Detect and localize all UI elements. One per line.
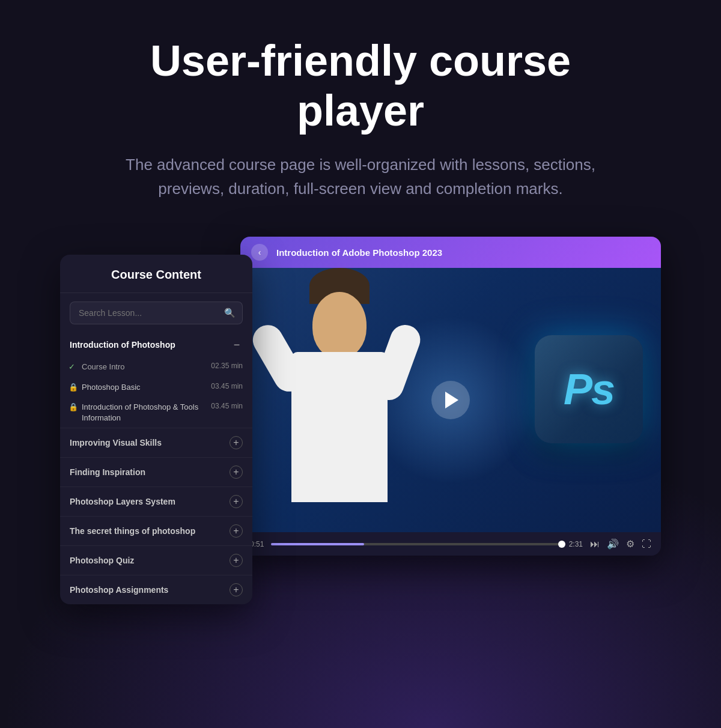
- progress-bar[interactable]: [271, 543, 561, 545]
- section-quiz[interactable]: Photoshop Quiz +: [60, 545, 252, 575]
- fullscreen-button[interactable]: ⛶: [642, 539, 651, 550]
- section-layers-title: Photoshop Layers System: [70, 497, 175, 506]
- back-icon: ‹: [258, 247, 261, 257]
- section-assignments[interactable]: Photoshop Assignments +: [60, 575, 252, 604]
- instructor-arm-left: [248, 320, 309, 397]
- section-visual-skills-title: Improving Visual Skills: [70, 438, 162, 447]
- search-input[interactable]: [70, 302, 243, 324]
- lock-icon-basic: 🔒: [68, 383, 78, 392]
- search-icon: 🔍: [224, 308, 236, 318]
- section-secret-toggle: +: [230, 524, 243, 538]
- video-area: Ps: [240, 268, 661, 532]
- lock-icon-tools: 🔒: [68, 402, 78, 411]
- section-visual-skills-toggle: +: [230, 436, 243, 449]
- page-subtitle: The advanced course page is well-organiz…: [114, 153, 607, 201]
- search-box: 🔍: [70, 302, 243, 324]
- section-introduction-title: Introduction of Photoshop: [70, 340, 175, 350]
- course-sidebar: Course Content 🔍 Introduction of Photosh…: [60, 255, 252, 604]
- back-button[interactable]: ‹: [251, 244, 268, 261]
- lesson-course-intro[interactable]: ✓ Course Intro 02.35 min: [60, 357, 252, 377]
- section-assignments-toggle: +: [230, 583, 243, 596]
- instructor-hair: [309, 268, 370, 304]
- lesson-photoshop-basic-duration: 03.45 min: [211, 382, 243, 390]
- lesson-course-intro-name: Course Intro: [82, 362, 206, 372]
- lesson-tools-info-duration: 03.45 min: [211, 402, 243, 410]
- video-topbar: ‹ Introduction of Adobe Photoshop 2023: [240, 237, 661, 268]
- page-title: User-friendly course player: [102, 36, 619, 136]
- video-title: Introduction of Adobe Photoshop 2023: [276, 247, 442, 258]
- section-finding-inspiration[interactable]: Finding Inspiration +: [60, 457, 252, 487]
- section-assignments-title: Photoshop Assignments: [70, 585, 168, 595]
- lesson-photoshop-basic[interactable]: 🔒 Photoshop Basic 03.45 min: [60, 377, 252, 398]
- lesson-tools-info-name: Introduction of Photoshop & Tools Inform…: [82, 402, 206, 423]
- section-finding-inspiration-title: Finding Inspiration: [70, 467, 145, 477]
- section-visual-skills[interactable]: Improving Visual Skills +: [60, 428, 252, 457]
- lesson-photoshop-basic-name: Photoshop Basic: [82, 382, 206, 393]
- ps-icon: Ps: [535, 335, 643, 443]
- lesson-course-intro-duration: 02.35 min: [211, 362, 243, 370]
- instructor-head: [312, 292, 367, 358]
- ps-icon-label: Ps: [564, 365, 614, 414]
- section-layers-toggle: +: [230, 495, 243, 508]
- skip-forward-button[interactable]: ⏭: [590, 539, 600, 550]
- volume-button[interactable]: 🔊: [607, 538, 619, 550]
- total-time: 2:31: [569, 540, 583, 548]
- play-button[interactable]: [431, 381, 470, 419]
- ui-showcase: Course Content 🔍 Introduction of Photosh…: [60, 237, 661, 586]
- section-layers[interactable]: Photoshop Layers System +: [60, 487, 252, 516]
- sidebar-title: Course Content: [60, 255, 252, 293]
- section-quiz-title: Photoshop Quiz: [70, 556, 134, 565]
- section-finding-inspiration-toggle: +: [230, 466, 243, 479]
- progress-thumb: [558, 541, 565, 548]
- settings-button[interactable]: ⚙: [626, 538, 634, 550]
- ps-icon-container: Ps: [535, 335, 643, 443]
- video-panel: ‹ Introduction of Adobe Photoshop 2023 P…: [240, 237, 661, 556]
- progress-fill: [271, 543, 364, 545]
- check-icon: ✓: [68, 362, 75, 371]
- section-introduction[interactable]: Introduction of Photoshop −: [60, 333, 252, 357]
- section-introduction-toggle: −: [231, 339, 243, 351]
- section-secret-title: The secret things of photoshop: [70, 526, 195, 536]
- video-controls: 0:51 2:31 ⏭ 🔊 ⚙ ⛶: [240, 532, 661, 556]
- section-quiz-toggle: +: [230, 554, 243, 567]
- section-secret[interactable]: The secret things of photoshop +: [60, 516, 252, 545]
- lesson-tools-info[interactable]: 🔒 Introduction of Photoshop & Tools Info…: [60, 397, 252, 428]
